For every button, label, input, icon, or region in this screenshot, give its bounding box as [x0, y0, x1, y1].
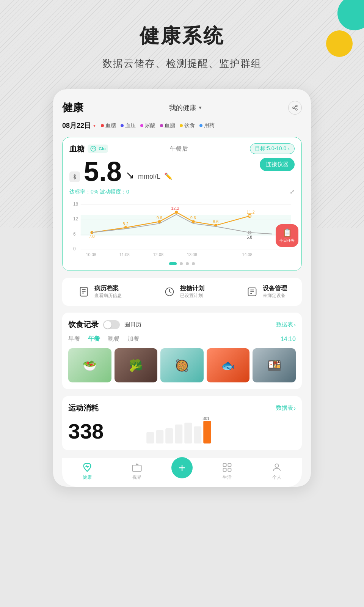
exercise-value: 338 — [68, 419, 104, 443]
svg-point-1 — [293, 107, 294, 109]
svg-text:12: 12 — [73, 216, 78, 222]
glu-badge: Glu — [88, 145, 108, 153]
health-selector[interactable]: 我的健康 ▼ — [169, 103, 202, 112]
svg-text:301: 301 — [203, 417, 210, 421]
glucose-title: 血糖 — [69, 144, 85, 154]
exercise-section: 运动消耗 数据表 › 338 — [62, 396, 302, 450]
svg-text:6: 6 — [73, 231, 76, 237]
life-nav-icon — [222, 462, 232, 473]
nav-vision-label: 视界 — [132, 474, 141, 481]
app-subtitle: 数据云储存、检测提醒、监护群组 — [102, 57, 262, 70]
svg-rect-49 — [185, 423, 192, 443]
svg-text:5.8: 5.8 — [246, 235, 252, 239]
food-item-1[interactable]: 🥗 — [68, 348, 111, 382]
svg-text:11.2: 11.2 — [246, 210, 254, 214]
glucose-value: 5.8 — [84, 158, 122, 185]
svg-text:14:08: 14:08 — [242, 252, 252, 257]
exercise-chart: 301 — [111, 417, 296, 443]
chart-svg: 18 12 6 0 7.0 — [69, 198, 295, 258]
meal-time: 14:10 — [281, 336, 296, 343]
chart-dot-3[interactable] — [186, 262, 189, 265]
edit-icon[interactable]: ✏️ — [164, 172, 173, 181]
quick-link-medical-records[interactable]: 病历档案 查看病历信息 — [77, 285, 122, 299]
health-nav-icon — [82, 462, 93, 473]
glucose-trend: ↘ — [126, 169, 134, 181]
food-item-5[interactable]: 🍱 — [253, 348, 296, 382]
legend-blood-sugar: 血糖 — [101, 122, 116, 129]
diet-data-link-text: 数据表 — [276, 321, 293, 328]
connect-device-button[interactable]: 连接仪器 — [260, 158, 295, 171]
task-icon: 📋 — [282, 228, 292, 237]
food-emoji-2: 🥦 — [115, 348, 158, 382]
selector-label: 我的健康 — [169, 103, 196, 112]
nav-life-label: 生活 — [223, 474, 232, 481]
phone-card: 健康 我的健康 ▼ 08月22日 ▼ 血糖 — [53, 89, 311, 487]
chart-dot-1[interactable] — [169, 262, 177, 265]
medical-records-sub: 查看病历信息 — [94, 292, 122, 299]
nav-health-label: 健康 — [83, 474, 92, 481]
food-images-row: 🥗 🥦 🥘 🐟 🍱 — [68, 348, 296, 382]
health-main-title: 健康 — [62, 101, 83, 115]
legend-label-diet: 饮食 — [184, 122, 195, 129]
expand-icon[interactable]: ⤢ — [290, 188, 295, 195]
svg-rect-53 — [132, 465, 141, 471]
food-emoji-4: 🐟 — [207, 348, 250, 382]
date-selector[interactable]: 08月22日 ▼ — [62, 121, 96, 130]
tab-snack[interactable]: 加餐 — [127, 335, 140, 343]
svg-rect-36 — [80, 287, 87, 296]
exercise-data-link[interactable]: 数据表 › — [276, 404, 296, 412]
meal-label: 午餐后 — [170, 145, 188, 153]
chart-dot-4[interactable] — [192, 262, 195, 265]
legend-diet: 饮食 — [180, 122, 195, 129]
quick-link-device-mgmt[interactable]: 设备管理 未绑定设备 — [245, 285, 287, 299]
food-item-2[interactable]: 🥦 — [115, 348, 158, 382]
ql-divider-2 — [225, 285, 225, 299]
nav-health[interactable]: 健康 — [72, 462, 102, 481]
tab-dinner[interactable]: 晚餐 — [108, 335, 120, 343]
diet-toggle[interactable] — [103, 320, 120, 329]
svg-rect-47 — [166, 428, 173, 443]
food-emoji-1: 🥗 — [68, 348, 111, 382]
share-button[interactable] — [288, 101, 302, 115]
svg-rect-55 — [223, 464, 226, 467]
sugar-plan-sub: 已设置计划 — [180, 292, 204, 299]
legend-label-uric: 尿酸 — [145, 122, 155, 129]
svg-line-3 — [294, 108, 296, 109]
target-badge[interactable]: 目标:5.0-10.0 › — [250, 143, 295, 154]
glucose-card-header: 血糖 Glu 午餐后 目标:5.0-10.0 › — [69, 143, 295, 154]
svg-point-2 — [296, 109, 297, 110]
meal-tabs: 早餐 午餐 晚餐 加餐 14:10 — [68, 335, 296, 343]
glucose-stats-row: 达标率：0% 波动幅度：0 ⤢ — [69, 188, 295, 195]
diet-data-link-arrow: › — [294, 321, 296, 328]
svg-rect-58 — [228, 468, 231, 471]
diet-header: 饮食记录 圈日历 数据表 › — [68, 319, 296, 330]
add-icon: + — [179, 462, 186, 474]
svg-point-5 — [91, 146, 96, 151]
legend-dot-diet — [180, 124, 183, 127]
chart-dot-2[interactable] — [180, 262, 183, 265]
today-task-button[interactable]: 📋 今日任务 — [276, 224, 298, 247]
food-item-4[interactable]: 🐟 — [207, 348, 250, 382]
sugar-plan-text: 控糖计划 已设置计划 — [180, 285, 204, 299]
exercise-title: 运动消耗 — [68, 403, 99, 413]
svg-text:11:08: 11:08 — [119, 252, 130, 257]
nav-vision[interactable]: 视界 — [122, 462, 152, 481]
quick-link-sugar-plan[interactable]: 控糖计划 已设置计划 — [163, 285, 204, 299]
legend-medication: 用药 — [199, 122, 215, 129]
exercise-data-link-arrow: › — [294, 405, 296, 411]
diet-data-link[interactable]: 数据表 › — [276, 321, 296, 328]
legend-dot-blood-pressure — [121, 124, 124, 127]
device-mgmt-name: 设备管理 — [263, 285, 287, 292]
tab-lunch[interactable]: 午餐 — [88, 335, 100, 343]
svg-text:7.0: 7.0 — [89, 234, 94, 239]
legend-dot-blood-sugar — [101, 124, 104, 127]
svg-text:0: 0 — [73, 246, 76, 252]
food-item-3[interactable]: 🥘 — [160, 348, 204, 382]
nav-profile[interactable]: 个人 — [262, 462, 292, 481]
nav-life[interactable]: 生活 — [212, 462, 242, 481]
nav-add-button[interactable]: + — [171, 457, 193, 478]
legend-label-fat: 血脂 — [165, 122, 175, 129]
tab-breakfast[interactable]: 早餐 — [68, 335, 80, 343]
legend-blood-pressure: 血压 — [121, 122, 136, 129]
selector-arrow: ▼ — [198, 105, 202, 110]
